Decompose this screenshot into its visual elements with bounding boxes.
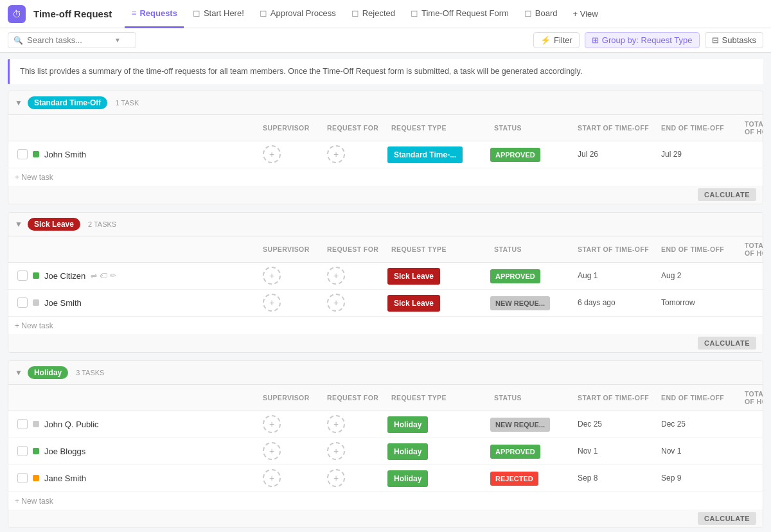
calculate-row: CALCULATE [8,186,763,204]
group-task-count-holiday: 3 TASKS [76,369,104,377]
calculate-button[interactable]: CALCULATE [698,337,756,350]
filter-button[interactable]: ⚡ Filter [533,32,580,48]
col-total: TOTAL NUMBER OF HOURS [741,239,763,260]
request-for-cell: + [323,469,387,487]
group-toggle-holiday[interactable]: ▼ [15,368,22,377]
nav-tab-board[interactable]: ◻ Board [518,0,564,28]
col-headers-holiday: SUPERVISOR REQUEST FOR REQUEST TYPE STAT… [8,385,763,411]
total-hours-cell: 1 day [741,420,763,429]
request-for-avatar[interactable]: + [327,294,345,312]
edit-icon[interactable]: ✏ [110,271,116,280]
request-type-cell: Holiday [387,447,490,456]
task-action-icons: ⇌🏷✏ [91,271,116,280]
status-cell: APPROVED [490,271,574,281]
col-total: TOTAL NUMBER OF HOURS [741,118,763,138]
total-hours-cell: 5 days [741,298,763,307]
search-input[interactable] [27,35,111,45]
group-sick: ▼ Sick Leave 2 TASKS SUPERVISOR REQUEST … [8,212,763,353]
group-header-standard: ▼ Standard Time-Off 1 TASK [8,91,763,115]
group-label-standard: Standard Time-Off [28,96,107,109]
tag-icon[interactable]: 🏷 [100,271,107,280]
request-for-avatar[interactable]: + [327,469,345,487]
supervisor-avatar[interactable]: + [263,469,281,487]
task-checkbox[interactable] [17,149,28,159]
task-name: Joe Bloggs [44,447,85,456]
task-checkbox[interactable] [17,419,28,429]
task-name: John Q. Public [44,420,99,429]
subtasks-button[interactable]: ⊟ Subtasks [705,32,763,48]
supervisor-avatar[interactable]: + [263,415,281,433]
nav-tab-rejected[interactable]: ◻ Rejected [345,0,402,28]
end-date-cell: Tomorrow [657,298,741,307]
col-end: END OF TIME-OFF [657,243,741,256]
group-toggle-sick[interactable]: ▼ [15,220,22,229]
toolbar: 🔍 ▼ ⚡ Filter ⊞ Group by: Request Type ⊟ … [0,28,771,53]
request-type-badge: Standard Time-... [387,146,463,163]
supervisor-avatar[interactable]: + [263,267,281,285]
request-for-avatar[interactable]: + [327,415,345,433]
request-type-cell: Standard Time-... [387,150,490,159]
table-row: Joe Smith + + Sick Leave NEW REQUE... 6 … [8,290,763,317]
task-checkbox[interactable] [17,297,28,308]
end-date-cell: Nov 1 [657,447,741,456]
new-task-button[interactable]: + New task [15,497,53,506]
status-badge: APPROVED [490,445,540,459]
task-name-cell: Jane Smith [15,469,259,487]
col-task [15,395,259,400]
add-view-button[interactable]: + View [567,9,605,19]
task-name: Joe Citizen [44,271,85,281]
calculate-row: CALCULATE [8,334,763,352]
nav-tab-start-here[interactable]: ◻ Start Here! [186,0,251,28]
supervisor-avatar[interactable]: + [263,294,281,312]
new-task-button[interactable]: + New task [15,321,53,330]
task-name-cell: John Q. Public [15,415,259,433]
supervisor-avatar[interactable]: + [263,145,281,163]
nav-tab-approval[interactable]: ◻ Approval Process [253,0,342,28]
chevron-down-icon: ▼ [114,37,121,44]
task-name-cell: Joe Smith [15,294,259,312]
total-hours-cell: 4 days [741,150,763,159]
col-supervisor: SUPERVISOR [259,121,323,134]
task-checkbox[interactable] [17,270,28,281]
request-for-cell: + [323,415,387,433]
request-for-avatar[interactable]: + [327,145,345,163]
request-for-avatar[interactable]: + [327,267,345,285]
task-color-dot [33,448,39,454]
calculate-button[interactable]: CALCULATE [698,188,756,201]
total-hours-cell: 2 Days [741,271,763,280]
group-toggle-standard[interactable]: ▼ [15,98,22,107]
col-request-for: REQUEST FOR [323,391,387,404]
group-standard: ▼ Standard Time-Off 1 TASK SUPERVISOR RE… [8,91,763,204]
start-date-cell: Aug 1 [574,271,657,280]
app-title: Time-off Request [33,8,112,19]
nav-tab-requests[interactable]: ≡ Requests [125,0,184,28]
start-date-cell: Nov 1 [574,447,657,456]
end-date-cell: Aug 2 [657,271,741,280]
nav-tab-form[interactable]: ◻ Time-Off Request Form [404,0,515,28]
request-type-badge: Holiday [387,443,428,460]
col-status: STATUS [490,391,574,404]
supervisor-cell: + [259,469,323,487]
task-checkbox[interactable] [17,473,28,483]
search-box[interactable]: 🔍 ▼ [8,32,136,48]
request-for-avatar[interactable]: + [327,442,345,460]
supervisor-avatar[interactable]: + [263,442,281,460]
request-type-cell: Holiday [387,420,490,429]
task-name: John Smith [44,150,86,159]
col-request-for: REQUEST FOR [323,121,387,134]
table-row: John Smith + + Standard Time-... APPROVE… [8,141,763,168]
calculate-button[interactable]: CALCULATE [698,512,756,525]
dependency-icon[interactable]: ⇌ [91,271,97,280]
task-color-dot [33,151,39,157]
group-by-button[interactable]: ⊞ Group by: Request Type [585,32,700,48]
task-checkbox[interactable] [17,446,28,456]
col-end: END OF TIME-OFF [657,121,741,134]
new-task-button[interactable]: + New task [15,173,53,182]
status-badge: APPROVED [490,269,540,283]
status-badge: APPROVED [490,148,540,162]
filter-icon: ⚡ [540,35,551,45]
task-color-dot [33,272,39,279]
status-cell: NEW REQUE... [490,298,574,308]
col-request-type: REQUEST TYPE [387,391,490,404]
table-row: Joe Bloggs + + Holiday APPROVED Nov 1 No… [8,438,763,465]
